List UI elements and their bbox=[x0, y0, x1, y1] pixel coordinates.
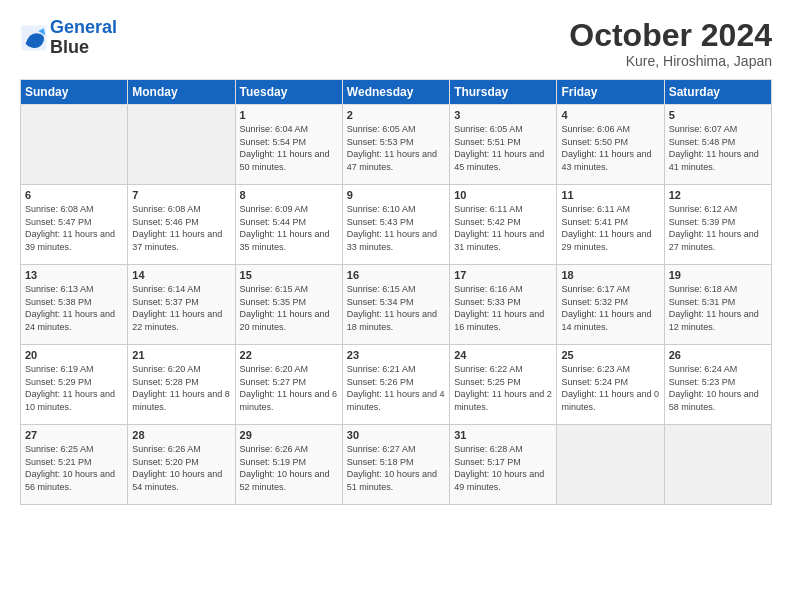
calendar-title: October 2024 bbox=[569, 18, 772, 53]
day-info: Sunrise: 6:12 AM Sunset: 5:39 PM Dayligh… bbox=[669, 203, 767, 253]
day-cell: 17Sunrise: 6:16 AM Sunset: 5:33 PM Dayli… bbox=[450, 265, 557, 345]
header: General Blue October 2024 Kure, Hiroshim… bbox=[20, 18, 772, 69]
week-row-4: 20Sunrise: 6:19 AM Sunset: 5:29 PM Dayli… bbox=[21, 345, 772, 425]
week-row-5: 27Sunrise: 6:25 AM Sunset: 5:21 PM Dayli… bbox=[21, 425, 772, 505]
day-number: 11 bbox=[561, 189, 659, 201]
logo: General Blue bbox=[20, 18, 117, 58]
day-info: Sunrise: 6:23 AM Sunset: 5:24 PM Dayligh… bbox=[561, 363, 659, 413]
day-number: 23 bbox=[347, 349, 445, 361]
day-number: 12 bbox=[669, 189, 767, 201]
day-info: Sunrise: 6:10 AM Sunset: 5:43 PM Dayligh… bbox=[347, 203, 445, 253]
logo-icon bbox=[20, 24, 48, 52]
day-info: Sunrise: 6:05 AM Sunset: 5:53 PM Dayligh… bbox=[347, 123, 445, 173]
calendar-subtitle: Kure, Hiroshima, Japan bbox=[569, 53, 772, 69]
calendar-table: SundayMondayTuesdayWednesdayThursdayFrid… bbox=[20, 79, 772, 505]
day-info: Sunrise: 6:21 AM Sunset: 5:26 PM Dayligh… bbox=[347, 363, 445, 413]
day-number: 5 bbox=[669, 109, 767, 121]
logo-text: General Blue bbox=[50, 18, 117, 58]
day-cell: 29Sunrise: 6:26 AM Sunset: 5:19 PM Dayli… bbox=[235, 425, 342, 505]
day-cell: 8Sunrise: 6:09 AM Sunset: 5:44 PM Daylig… bbox=[235, 185, 342, 265]
col-header-friday: Friday bbox=[557, 80, 664, 105]
day-info: Sunrise: 6:15 AM Sunset: 5:35 PM Dayligh… bbox=[240, 283, 338, 333]
day-cell: 14Sunrise: 6:14 AM Sunset: 5:37 PM Dayli… bbox=[128, 265, 235, 345]
day-number: 4 bbox=[561, 109, 659, 121]
title-block: October 2024 Kure, Hiroshima, Japan bbox=[569, 18, 772, 69]
day-number: 18 bbox=[561, 269, 659, 281]
day-cell: 16Sunrise: 6:15 AM Sunset: 5:34 PM Dayli… bbox=[342, 265, 449, 345]
day-info: Sunrise: 6:14 AM Sunset: 5:37 PM Dayligh… bbox=[132, 283, 230, 333]
day-number: 17 bbox=[454, 269, 552, 281]
day-cell: 9Sunrise: 6:10 AM Sunset: 5:43 PM Daylig… bbox=[342, 185, 449, 265]
day-cell: 12Sunrise: 6:12 AM Sunset: 5:39 PM Dayli… bbox=[664, 185, 771, 265]
day-number: 10 bbox=[454, 189, 552, 201]
day-cell bbox=[128, 105, 235, 185]
day-cell: 19Sunrise: 6:18 AM Sunset: 5:31 PM Dayli… bbox=[664, 265, 771, 345]
day-info: Sunrise: 6:08 AM Sunset: 5:46 PM Dayligh… bbox=[132, 203, 230, 253]
day-number: 15 bbox=[240, 269, 338, 281]
week-row-3: 13Sunrise: 6:13 AM Sunset: 5:38 PM Dayli… bbox=[21, 265, 772, 345]
day-info: Sunrise: 6:26 AM Sunset: 5:20 PM Dayligh… bbox=[132, 443, 230, 493]
day-cell: 20Sunrise: 6:19 AM Sunset: 5:29 PM Dayli… bbox=[21, 345, 128, 425]
col-header-monday: Monday bbox=[128, 80, 235, 105]
day-number: 30 bbox=[347, 429, 445, 441]
day-number: 21 bbox=[132, 349, 230, 361]
day-cell: 27Sunrise: 6:25 AM Sunset: 5:21 PM Dayli… bbox=[21, 425, 128, 505]
day-info: Sunrise: 6:27 AM Sunset: 5:18 PM Dayligh… bbox=[347, 443, 445, 493]
col-header-wednesday: Wednesday bbox=[342, 80, 449, 105]
day-cell: 31Sunrise: 6:28 AM Sunset: 5:17 PM Dayli… bbox=[450, 425, 557, 505]
day-info: Sunrise: 6:20 AM Sunset: 5:27 PM Dayligh… bbox=[240, 363, 338, 413]
day-number: 31 bbox=[454, 429, 552, 441]
day-cell: 22Sunrise: 6:20 AM Sunset: 5:27 PM Dayli… bbox=[235, 345, 342, 425]
day-cell: 25Sunrise: 6:23 AM Sunset: 5:24 PM Dayli… bbox=[557, 345, 664, 425]
day-number: 9 bbox=[347, 189, 445, 201]
day-cell: 2Sunrise: 6:05 AM Sunset: 5:53 PM Daylig… bbox=[342, 105, 449, 185]
day-info: Sunrise: 6:15 AM Sunset: 5:34 PM Dayligh… bbox=[347, 283, 445, 333]
day-number: 13 bbox=[25, 269, 123, 281]
day-number: 7 bbox=[132, 189, 230, 201]
day-info: Sunrise: 6:07 AM Sunset: 5:48 PM Dayligh… bbox=[669, 123, 767, 173]
day-number: 29 bbox=[240, 429, 338, 441]
day-cell bbox=[21, 105, 128, 185]
day-number: 25 bbox=[561, 349, 659, 361]
day-cell: 23Sunrise: 6:21 AM Sunset: 5:26 PM Dayli… bbox=[342, 345, 449, 425]
day-cell: 3Sunrise: 6:05 AM Sunset: 5:51 PM Daylig… bbox=[450, 105, 557, 185]
day-info: Sunrise: 6:16 AM Sunset: 5:33 PM Dayligh… bbox=[454, 283, 552, 333]
day-number: 3 bbox=[454, 109, 552, 121]
day-number: 20 bbox=[25, 349, 123, 361]
day-number: 27 bbox=[25, 429, 123, 441]
day-cell: 18Sunrise: 6:17 AM Sunset: 5:32 PM Dayli… bbox=[557, 265, 664, 345]
day-number: 19 bbox=[669, 269, 767, 281]
day-info: Sunrise: 6:09 AM Sunset: 5:44 PM Dayligh… bbox=[240, 203, 338, 253]
day-cell: 1Sunrise: 6:04 AM Sunset: 5:54 PM Daylig… bbox=[235, 105, 342, 185]
day-cell: 30Sunrise: 6:27 AM Sunset: 5:18 PM Dayli… bbox=[342, 425, 449, 505]
col-header-thursday: Thursday bbox=[450, 80, 557, 105]
week-row-2: 6Sunrise: 6:08 AM Sunset: 5:47 PM Daylig… bbox=[21, 185, 772, 265]
day-info: Sunrise: 6:11 AM Sunset: 5:41 PM Dayligh… bbox=[561, 203, 659, 253]
day-number: 6 bbox=[25, 189, 123, 201]
day-number: 26 bbox=[669, 349, 767, 361]
col-header-tuesday: Tuesday bbox=[235, 80, 342, 105]
day-number: 2 bbox=[347, 109, 445, 121]
day-info: Sunrise: 6:08 AM Sunset: 5:47 PM Dayligh… bbox=[25, 203, 123, 253]
day-cell: 7Sunrise: 6:08 AM Sunset: 5:46 PM Daylig… bbox=[128, 185, 235, 265]
header-row: SundayMondayTuesdayWednesdayThursdayFrid… bbox=[21, 80, 772, 105]
day-info: Sunrise: 6:25 AM Sunset: 5:21 PM Dayligh… bbox=[25, 443, 123, 493]
day-cell bbox=[557, 425, 664, 505]
day-cell: 11Sunrise: 6:11 AM Sunset: 5:41 PM Dayli… bbox=[557, 185, 664, 265]
day-number: 1 bbox=[240, 109, 338, 121]
day-number: 24 bbox=[454, 349, 552, 361]
day-cell: 10Sunrise: 6:11 AM Sunset: 5:42 PM Dayli… bbox=[450, 185, 557, 265]
day-cell: 4Sunrise: 6:06 AM Sunset: 5:50 PM Daylig… bbox=[557, 105, 664, 185]
col-header-sunday: Sunday bbox=[21, 80, 128, 105]
day-cell: 15Sunrise: 6:15 AM Sunset: 5:35 PM Dayli… bbox=[235, 265, 342, 345]
day-info: Sunrise: 6:04 AM Sunset: 5:54 PM Dayligh… bbox=[240, 123, 338, 173]
day-info: Sunrise: 6:19 AM Sunset: 5:29 PM Dayligh… bbox=[25, 363, 123, 413]
day-number: 16 bbox=[347, 269, 445, 281]
day-cell: 24Sunrise: 6:22 AM Sunset: 5:25 PM Dayli… bbox=[450, 345, 557, 425]
calendar-body: 1Sunrise: 6:04 AM Sunset: 5:54 PM Daylig… bbox=[21, 105, 772, 505]
day-info: Sunrise: 6:11 AM Sunset: 5:42 PM Dayligh… bbox=[454, 203, 552, 253]
col-header-saturday: Saturday bbox=[664, 80, 771, 105]
day-info: Sunrise: 6:26 AM Sunset: 5:19 PM Dayligh… bbox=[240, 443, 338, 493]
day-info: Sunrise: 6:05 AM Sunset: 5:51 PM Dayligh… bbox=[454, 123, 552, 173]
day-info: Sunrise: 6:20 AM Sunset: 5:28 PM Dayligh… bbox=[132, 363, 230, 413]
